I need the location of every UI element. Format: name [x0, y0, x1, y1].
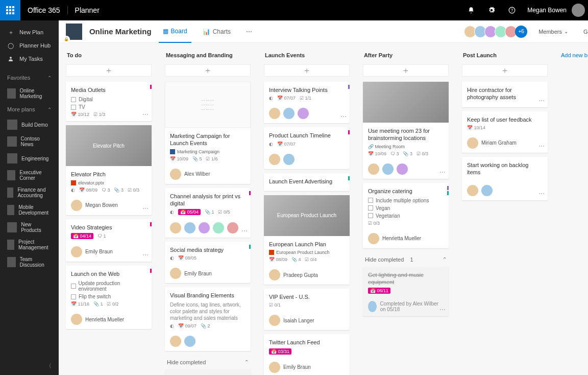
task-card[interactable]: Keep list of user feedback📅 10/14Miriam …	[462, 111, 548, 153]
more-members-badge[interactable]: +6	[515, 26, 527, 38]
app-name-label: Planner	[67, 6, 107, 14]
sidebar-plan-item[interactable]: Project Management	[0, 236, 59, 253]
task-card[interactable]: Use meeting room 23 for brainstorming lo…	[363, 82, 449, 179]
card-menu-button[interactable]: ⋯	[439, 169, 446, 176]
checklist-item[interactable]: Flip the switch	[71, 293, 146, 300]
assignee-name: Henrietta Mueller	[85, 317, 124, 322]
bucket-title[interactable]: After Party	[363, 50, 449, 60]
task-card[interactable]: ··· ··· ······ ··· ······ ··· ···Marketi…	[165, 82, 251, 184]
attachment-link[interactable]: European Product Launch	[269, 250, 345, 255]
task-card[interactable]: Visual Branding ElementsDefine icons, ta…	[165, 287, 251, 350]
sidebar-plan-item[interactable]: Mobile Development	[0, 201, 59, 219]
task-card[interactable]: Media OutletsDigitalTV📅 10/12☑ 1/3⋯	[66, 82, 152, 121]
attachment-meta: 📎 4	[291, 257, 301, 262]
task-card[interactable]: Elevator PitchElevator Pitchelevator.ppt…	[66, 125, 152, 215]
my-tasks-label: My Tasks	[19, 56, 43, 62]
svg-rect-1	[9, 6, 11, 8]
card-assignee: Emily Braun	[264, 359, 350, 375]
bucket-title[interactable]: Launch Events	[264, 50, 350, 60]
notifications-icon[interactable]	[461, 0, 481, 20]
attachment-link[interactable]: Marketing Campaign	[170, 149, 246, 154]
card-menu-button[interactable]: ⋯	[439, 306, 446, 313]
member-stack[interactable]: +6	[466, 26, 527, 38]
task-card[interactable]: Organize cateringInclude multiple option…	[363, 183, 449, 248]
task-card[interactable]: VIP Event - U.S.☑ 0/1Isaiah Langer	[264, 289, 350, 330]
attachment-link[interactable]: elevator.pptx	[71, 180, 146, 185]
card-menu-button[interactable]: ⋯	[538, 97, 545, 104]
task-card[interactable]: Launch Event Advertising	[264, 173, 350, 191]
card-image: European Product Launch	[264, 195, 350, 236]
collapse-nav-button[interactable]: 〈	[0, 357, 59, 375]
task-card[interactable]: Launch on the WebUpdate production envir…	[66, 266, 152, 329]
task-card[interactable]: Product Launch Timeline◐📅 07/07	[264, 127, 350, 169]
app-launcher-icon[interactable]	[0, 0, 20, 20]
checklist-item[interactable]: Update production environment	[71, 279, 146, 293]
task-card[interactable]: Video Strategies📅 04/14🗨 1Emily Braun⋯	[66, 219, 152, 262]
add-task-button[interactable]: ＋	[363, 64, 449, 77]
card-meta: 📅 10/12☑ 1/3	[71, 112, 146, 117]
bucket-title[interactable]: To do	[66, 50, 152, 60]
card-menu-button[interactable]: ⋯	[142, 205, 149, 212]
user-avatar[interactable]	[572, 4, 585, 17]
tab-charts[interactable]: 📊 Charts	[199, 20, 235, 43]
task-card[interactable]: Social media strategy◐📅 08/05Emily Braun	[165, 242, 251, 283]
sidebar-plan-item[interactable]: Contoso News	[0, 133, 59, 150]
sidebar-plan-item[interactable]: Build Demo	[0, 116, 59, 133]
checklist-item[interactable]: Vegetarian	[368, 212, 444, 220]
sidebar-plan-item[interactable]: New Products	[0, 219, 59, 236]
card-assignee: Henrietta Mueller	[363, 230, 449, 248]
sidebar-plan-item[interactable]: Finance and Accounting	[0, 184, 59, 201]
settings-icon[interactable]	[481, 0, 502, 20]
task-card[interactable]: Start working on backlog items⋯	[462, 157, 548, 201]
add-bucket-button[interactable]: Add new bu	[561, 50, 588, 60]
card-menu-button[interactable]: ⋯	[538, 190, 545, 197]
task-card[interactable]: Interview Talking Points◐📅 07/07☑ 1/1⋯	[264, 82, 350, 123]
hide-completed-toggle[interactable]: Hide completed⌃	[165, 355, 251, 369]
card-labels	[348, 130, 350, 134]
add-task-button[interactable]: ＋	[165, 64, 251, 77]
checklist-item[interactable]: Vegan	[368, 204, 444, 212]
sidebar-plan-item[interactable]: Team Discussion	[0, 253, 59, 271]
task-card[interactable]: Twitter Launch Feed📅 03/31Emily Braun	[264, 334, 350, 375]
card-menu-button[interactable]: ⋯	[142, 111, 149, 118]
date-meta: 📅 08/09	[79, 188, 97, 193]
checklist-item[interactable]: TV	[71, 103, 146, 111]
group-by-dropdown[interactable]: Group by Bucket ⌄	[579, 29, 588, 35]
favorites-section[interactable]: Favorites ⌃	[0, 71, 59, 85]
checklist-meta: ☑ 1/1	[300, 96, 311, 101]
tab-board[interactable]: ▦ Board	[159, 20, 191, 43]
board-scroll[interactable]: To do＋Media OutletsDigitalTV📅 10/12☑ 1/3…	[59, 43, 588, 375]
checklist-item[interactable]: Include multiple options	[368, 197, 444, 204]
planner-hub-link[interactable]: ◯ Planner Hub	[0, 39, 59, 52]
checkbox-icon	[368, 205, 373, 210]
sidebar-plan-item[interactable]: Executive Corner	[0, 167, 59, 184]
card-menu-button[interactable]: ⋯	[142, 251, 149, 259]
completed-task-card[interactable]: Get lighting and music equipment📅 06/11C…	[363, 267, 449, 317]
assignee-name: Emily Braun	[283, 364, 311, 370]
hide-completed-toggle[interactable]: Hide completed 1⌃	[363, 252, 449, 267]
task-card[interactable]: Channel analysis for print vs digital◐📅 …	[165, 188, 251, 238]
link-attachment[interactable]: 🔗 Meeting Room	[368, 144, 444, 149]
sidebar-plan-item[interactable]: Engineering	[0, 150, 59, 167]
add-task-button[interactable]: ＋	[264, 64, 350, 77]
completed-task-card[interactable]: Social Media Concepts📅 12/20/2016Complet…	[165, 369, 251, 375]
bucket-title[interactable]: Post Launch	[462, 50, 548, 60]
more-plans-section[interactable]: More plans ⌃	[0, 102, 59, 116]
assignee-avatar	[184, 336, 195, 347]
card-menu-button[interactable]: ⋯	[538, 143, 545, 150]
checklist-item[interactable]: Digital	[71, 96, 146, 103]
task-card[interactable]: Hire contractor for photography assets⋯	[462, 82, 548, 107]
more-actions-button[interactable]: ⋯	[242, 20, 256, 43]
card-menu-button[interactable]: ⋯	[340, 113, 347, 120]
add-task-button[interactable]: ＋	[66, 64, 152, 77]
new-plan-button[interactable]: ＋ New Plan	[0, 26, 59, 39]
progress-icon: ◐	[71, 188, 75, 193]
add-task-button[interactable]: ＋	[462, 64, 548, 77]
help-icon[interactable]: ?	[502, 0, 522, 20]
my-tasks-link[interactable]: My Tasks	[0, 52, 59, 65]
card-menu-button[interactable]: ⋯	[241, 227, 248, 235]
bucket-title[interactable]: Messaging and Branding	[165, 50, 251, 60]
fav-plan-online-marketing[interactable]: Online Marketing	[0, 85, 59, 102]
task-card[interactable]: European Product LaunchEuropean Launch P…	[264, 195, 350, 285]
members-dropdown[interactable]: Members ⌄	[534, 29, 572, 35]
